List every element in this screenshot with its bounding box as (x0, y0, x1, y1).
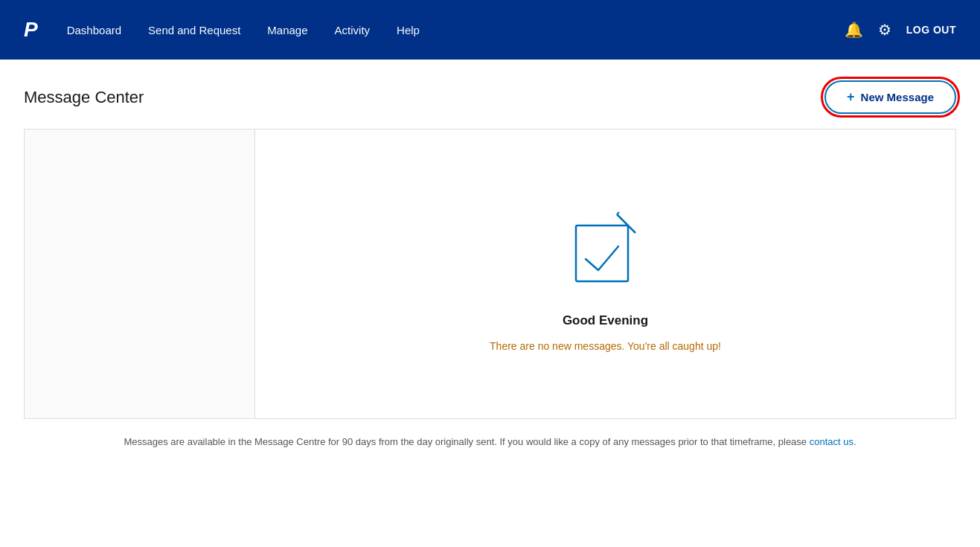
gear-icon[interactable]: ⚙ (878, 21, 891, 39)
greeting-text: Good Evening (563, 313, 648, 328)
svg-rect-0 (576, 225, 628, 281)
footer-text-before: Messages are available in the Message Ce… (124, 436, 809, 447)
main-content: Message Center + New Message Good Evenin… (0, 60, 980, 547)
svg-line-1 (617, 214, 635, 233)
bell-icon[interactable]: 🔔 (845, 21, 863, 39)
nav-dashboard[interactable]: Dashboard (67, 24, 121, 36)
new-message-button[interactable]: + New Message (824, 80, 956, 114)
nav-activity[interactable]: Activity (335, 24, 371, 36)
svg-line-2 (617, 212, 619, 214)
logout-button[interactable]: LOG OUT (906, 24, 956, 36)
plus-icon: + (847, 89, 855, 105)
nav-manage[interactable]: Manage (267, 24, 307, 36)
main-nav: P Dashboard Send and Request Manage Acti… (0, 0, 980, 60)
nav-help[interactable]: Help (397, 24, 420, 36)
nav-right: 🔔 ⚙ LOG OUT (845, 21, 956, 39)
messages-sidebar (25, 129, 255, 418)
nav-links: Dashboard Send and Request Manage Activi… (67, 24, 845, 36)
nav-send-request[interactable]: Send and Request (148, 24, 240, 36)
no-messages-text: There are no new messages. You're all ca… (490, 340, 721, 352)
page-header: Message Center + New Message (0, 60, 980, 129)
contact-us-link[interactable]: contact us (810, 436, 854, 447)
empty-state-illustration (557, 196, 654, 295)
page-title: Message Center (24, 88, 144, 107)
paypal-logo: P (24, 18, 37, 42)
messages-content: Good Evening There are no new messages. … (255, 129, 955, 418)
footer-note: Messages are available in the Message Ce… (0, 419, 980, 465)
message-area: Good Evening There are no new messages. … (24, 129, 956, 419)
new-message-label: New Message (861, 91, 934, 103)
footer-text-after: . (854, 436, 856, 447)
